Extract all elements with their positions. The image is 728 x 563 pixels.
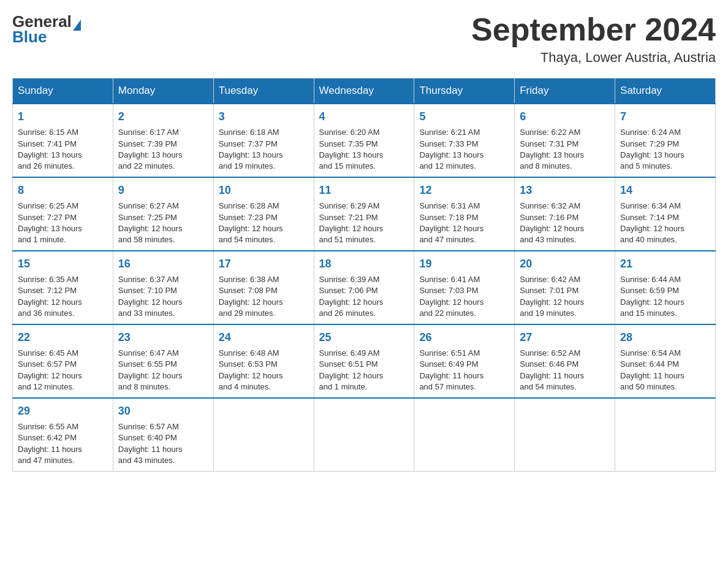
day-info: Sunrise: 6:49 AM Sunset: 6:51 PM Dayligh… — [319, 348, 409, 393]
day-info: Sunrise: 6:48 AM Sunset: 6:53 PM Dayligh… — [219, 348, 309, 393]
calendar-week-row: 29Sunrise: 6:55 AM Sunset: 6:42 PM Dayli… — [13, 398, 716, 471]
day-info: Sunrise: 6:55 AM Sunset: 6:42 PM Dayligh… — [18, 421, 108, 466]
day-number: 10 — [219, 183, 309, 198]
day-info: Sunrise: 6:41 AM Sunset: 7:03 PM Dayligh… — [419, 274, 509, 319]
day-info: Sunrise: 6:21 AM Sunset: 7:33 PM Dayligh… — [419, 127, 509, 172]
table-row: 18Sunrise: 6:39 AM Sunset: 7:06 PM Dayli… — [314, 251, 414, 324]
day-number: 13 — [520, 183, 610, 198]
day-number: 23 — [118, 330, 208, 345]
table-row: 2Sunrise: 6:17 AM Sunset: 7:39 PM Daylig… — [113, 104, 213, 177]
day-number: 17 — [219, 256, 309, 272]
logo: General Blue — [12, 12, 81, 47]
table-row — [615, 398, 716, 471]
location-subtitle: Thaya, Lower Austria, Austria — [471, 50, 716, 66]
table-row: 17Sunrise: 6:38 AM Sunset: 7:08 PM Dayli… — [213, 251, 314, 324]
calendar-table: Sunday Monday Tuesday Wednesday Thursday… — [12, 78, 716, 472]
day-number: 8 — [18, 183, 108, 198]
day-info: Sunrise: 6:52 AM Sunset: 6:46 PM Dayligh… — [520, 348, 610, 393]
day-number: 14 — [620, 183, 710, 198]
calendar-week-row: 1Sunrise: 6:15 AM Sunset: 7:41 PM Daylig… — [13, 104, 716, 177]
table-row: 11Sunrise: 6:29 AM Sunset: 7:21 PM Dayli… — [314, 177, 414, 251]
day-number: 15 — [18, 256, 108, 272]
table-row: 25Sunrise: 6:49 AM Sunset: 6:51 PM Dayli… — [314, 324, 414, 398]
day-number: 1 — [18, 109, 108, 124]
day-info: Sunrise: 6:25 AM Sunset: 7:27 PM Dayligh… — [18, 201, 108, 245]
day-info: Sunrise: 6:31 AM Sunset: 7:18 PM Dayligh… — [419, 201, 509, 245]
day-number: 26 — [419, 330, 509, 345]
table-row: 10Sunrise: 6:28 AM Sunset: 7:23 PM Dayli… — [213, 177, 314, 251]
calendar-week-row: 15Sunrise: 6:35 AM Sunset: 7:12 PM Dayli… — [13, 251, 716, 324]
table-row: 6Sunrise: 6:22 AM Sunset: 7:31 PM Daylig… — [515, 104, 615, 177]
table-row: 22Sunrise: 6:45 AM Sunset: 6:57 PM Dayli… — [13, 324, 113, 398]
day-number: 19 — [419, 256, 509, 272]
col-tuesday: Tuesday — [213, 79, 314, 104]
day-number: 5 — [419, 109, 509, 124]
table-row: 9Sunrise: 6:27 AM Sunset: 7:25 PM Daylig… — [113, 177, 213, 251]
table-row: 5Sunrise: 6:21 AM Sunset: 7:33 PM Daylig… — [414, 104, 515, 177]
day-info: Sunrise: 6:22 AM Sunset: 7:31 PM Dayligh… — [520, 127, 610, 172]
title-section: September 2024 Thaya, Lower Austria, Aus… — [471, 12, 716, 66]
day-number: 3 — [219, 109, 309, 124]
day-info: Sunrise: 6:38 AM Sunset: 7:08 PM Dayligh… — [219, 274, 309, 319]
day-info: Sunrise: 6:20 AM Sunset: 7:35 PM Dayligh… — [319, 127, 409, 172]
page-header: General Blue September 2024 Thaya, Lower… — [12, 12, 716, 66]
day-info: Sunrise: 6:35 AM Sunset: 7:12 PM Dayligh… — [18, 274, 108, 319]
day-number: 16 — [118, 256, 208, 272]
table-row — [414, 398, 515, 471]
col-sunday: Sunday — [13, 79, 113, 104]
day-number: 11 — [319, 183, 409, 198]
day-info: Sunrise: 6:44 AM Sunset: 6:59 PM Dayligh… — [620, 274, 710, 319]
col-friday: Friday — [515, 79, 615, 104]
day-number: 27 — [520, 330, 610, 345]
col-wednesday: Wednesday — [314, 79, 414, 104]
day-number: 29 — [18, 404, 108, 419]
table-row: 28Sunrise: 6:54 AM Sunset: 6:44 PM Dayli… — [615, 324, 716, 398]
table-row: 13Sunrise: 6:32 AM Sunset: 7:16 PM Dayli… — [515, 177, 615, 251]
table-row: 20Sunrise: 6:42 AM Sunset: 7:01 PM Dayli… — [515, 251, 615, 324]
table-row — [515, 398, 615, 471]
table-row — [213, 398, 314, 471]
day-info: Sunrise: 6:24 AM Sunset: 7:29 PM Dayligh… — [620, 127, 710, 172]
table-row: 4Sunrise: 6:20 AM Sunset: 7:35 PM Daylig… — [314, 104, 414, 177]
day-number: 12 — [419, 183, 509, 198]
day-number: 9 — [118, 183, 208, 198]
day-info: Sunrise: 6:15 AM Sunset: 7:41 PM Dayligh… — [18, 127, 108, 172]
table-row: 19Sunrise: 6:41 AM Sunset: 7:03 PM Dayli… — [414, 251, 515, 324]
table-row: 1Sunrise: 6:15 AM Sunset: 7:41 PM Daylig… — [13, 104, 113, 177]
col-saturday: Saturday — [615, 79, 716, 104]
calendar-week-row: 22Sunrise: 6:45 AM Sunset: 6:57 PM Dayli… — [13, 324, 716, 398]
day-info: Sunrise: 6:29 AM Sunset: 7:21 PM Dayligh… — [319, 201, 409, 245]
day-info: Sunrise: 6:51 AM Sunset: 6:49 PM Dayligh… — [419, 348, 509, 393]
table-row: 12Sunrise: 6:31 AM Sunset: 7:18 PM Dayli… — [414, 177, 515, 251]
table-row — [314, 398, 414, 471]
table-row: 29Sunrise: 6:55 AM Sunset: 6:42 PM Dayli… — [13, 398, 113, 471]
day-number: 6 — [520, 109, 610, 124]
table-row: 8Sunrise: 6:25 AM Sunset: 7:27 PM Daylig… — [13, 177, 113, 251]
month-title: September 2024 — [471, 12, 716, 47]
day-info: Sunrise: 6:39 AM Sunset: 7:06 PM Dayligh… — [319, 274, 409, 319]
table-row: 23Sunrise: 6:47 AM Sunset: 6:55 PM Dayli… — [113, 324, 213, 398]
day-info: Sunrise: 6:37 AM Sunset: 7:10 PM Dayligh… — [118, 274, 208, 319]
day-info: Sunrise: 6:45 AM Sunset: 6:57 PM Dayligh… — [18, 348, 108, 393]
table-row: 27Sunrise: 6:52 AM Sunset: 6:46 PM Dayli… — [515, 324, 615, 398]
day-number: 24 — [219, 330, 309, 345]
logo-blue: Blue — [12, 28, 47, 47]
day-info: Sunrise: 6:17 AM Sunset: 7:39 PM Dayligh… — [118, 127, 208, 172]
day-number: 22 — [18, 330, 108, 345]
day-number: 4 — [319, 109, 409, 124]
calendar-header-row: Sunday Monday Tuesday Wednesday Thursday… — [13, 79, 716, 104]
table-row: 30Sunrise: 6:57 AM Sunset: 6:40 PM Dayli… — [113, 398, 213, 471]
col-thursday: Thursday — [414, 79, 515, 104]
table-row: 15Sunrise: 6:35 AM Sunset: 7:12 PM Dayli… — [13, 251, 113, 324]
day-info: Sunrise: 6:32 AM Sunset: 7:16 PM Dayligh… — [520, 201, 610, 245]
day-number: 30 — [118, 404, 208, 419]
day-number: 18 — [319, 256, 409, 272]
col-monday: Monday — [113, 79, 213, 104]
day-info: Sunrise: 6:28 AM Sunset: 7:23 PM Dayligh… — [219, 201, 309, 245]
day-info: Sunrise: 6:27 AM Sunset: 7:25 PM Dayligh… — [118, 201, 208, 245]
day-number: 25 — [319, 330, 409, 345]
day-info: Sunrise: 6:57 AM Sunset: 6:40 PM Dayligh… — [118, 421, 208, 466]
table-row: 21Sunrise: 6:44 AM Sunset: 6:59 PM Dayli… — [615, 251, 716, 324]
day-number: 7 — [620, 109, 710, 124]
day-number: 21 — [620, 256, 710, 272]
